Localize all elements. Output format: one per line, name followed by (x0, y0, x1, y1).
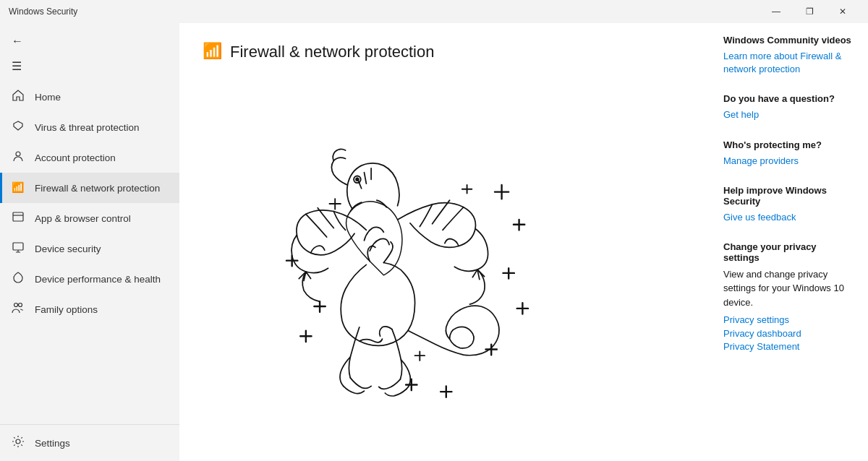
panel-community-videos: Windows Community videos Learn more abou… (723, 35, 854, 76)
svg-point-5 (19, 303, 22, 307)
panel-protecting-title: Who's protecting me? (723, 139, 854, 150)
page-title: Firewall & network protection (230, 43, 434, 61)
right-panel: Windows Community videos Learn more abou… (709, 23, 868, 461)
sidebar-item-virus[interactable]: Virus & threat protection (0, 112, 179, 142)
sidebar-item-firewall[interactable]: 📶 Firewall & network protection (0, 173, 179, 203)
sidebar-item-device-security[interactable]: Device security (0, 233, 179, 264)
panel-question-title: Do you have a question? (723, 93, 854, 104)
content-area: 📶 Firewall & network protection (179, 23, 709, 461)
svg-point-4 (14, 303, 18, 307)
page-header: 📶 Firewall & network protection (203, 40, 686, 64)
sidebar-label-home: Home (35, 92, 61, 103)
page-header-icon: 📶 (203, 40, 221, 64)
sidebar-label-virus: Virus & threat protection (35, 122, 140, 133)
sidebar-label-settings: Settings (35, 438, 70, 449)
manage-providers-link[interactable]: Manage providers (723, 155, 854, 168)
sidebar-label-account: Account protection (35, 152, 116, 163)
get-help-link[interactable]: Get help (723, 108, 854, 121)
restore-button[interactable]: ❐ (793, 0, 826, 23)
app-browser-icon (12, 210, 25, 226)
sidebar-item-settings[interactable]: Settings (0, 428, 179, 458)
sidebar-item-home[interactable]: Home (0, 82, 179, 112)
sidebar-nav: Home Virus & threat protection Account p… (0, 82, 179, 324)
panel-privacy-title: Change your privacy settings (723, 241, 854, 263)
sidebar-item-account[interactable]: Account protection (0, 142, 179, 173)
sidebar-label-app-browser: App & browser control (35, 213, 131, 224)
privacy-settings-link[interactable]: Privacy settings (723, 314, 854, 327)
settings-icon (12, 435, 25, 451)
sidebar-label-firewall: Firewall & network protection (35, 183, 160, 194)
sidebar-label-device-security: Device security (35, 244, 101, 254)
app-title: Windows Security (9, 7, 760, 17)
titlebar-controls: — ❐ ✕ (760, 0, 859, 23)
app-layout: ← ☰ Home Virus & threat protection Accou… (0, 23, 868, 461)
learn-more-link[interactable]: Learn more about Firewall & network prot… (723, 50, 854, 76)
panel-improve-title: Help improve Windows Security (723, 185, 854, 207)
sidebar-item-device-performance[interactable]: Device performance & health (0, 264, 179, 294)
titlebar: Windows Security — ❐ ✕ (0, 0, 868, 23)
hamburger-icon: ☰ (12, 59, 22, 73)
privacy-statement-link[interactable]: Privacy Statement (723, 340, 854, 353)
svg-point-0 (16, 152, 20, 156)
dragon-illustration (203, 81, 579, 428)
device-security-icon (12, 241, 25, 257)
main-content: 📶 Firewall & network protection (179, 23, 868, 461)
svg-text:📶: 📶 (203, 41, 221, 59)
svg-point-6 (16, 439, 20, 444)
account-icon (12, 150, 25, 165)
virus-icon (12, 119, 25, 135)
sidebar-item-app-browser[interactable]: App & browser control (0, 203, 179, 233)
sidebar-label-device-performance: Device performance & health (35, 274, 161, 285)
give-feedback-link[interactable]: Give us feedback (723, 211, 854, 224)
sidebar-settings-section: Settings (0, 428, 179, 458)
back-icon: ← (12, 35, 23, 48)
panel-privacy: Change your privacy settings View and ch… (723, 241, 854, 353)
hamburger-button[interactable]: ☰ (0, 53, 179, 79)
sidebar-item-family[interactable]: Family options (0, 294, 179, 324)
privacy-dashboard-link[interactable]: Privacy dashboard (723, 327, 854, 340)
panel-community-title: Windows Community videos (723, 35, 854, 46)
sidebar-bottom: Settings (0, 424, 179, 461)
dragon-svg (224, 81, 557, 428)
svg-text:📶: 📶 (12, 181, 25, 193)
close-button[interactable]: ✕ (826, 0, 859, 23)
back-button[interactable]: ← (0, 29, 179, 53)
sidebar-label-family: Family options (35, 304, 98, 315)
svg-rect-3 (13, 243, 23, 250)
device-performance-icon (12, 271, 25, 287)
svg-rect-2 (13, 212, 23, 221)
sidebar: ← ☰ Home Virus & threat protection Accou… (0, 23, 179, 461)
panel-improve: Help improve Windows Security Give us fe… (723, 185, 854, 224)
home-icon (12, 89, 25, 105)
firewall-icon: 📶 (12, 180, 25, 196)
sidebar-top: ← ☰ Home Virus & threat protection Accou… (0, 23, 179, 330)
minimize-button[interactable]: — (760, 0, 793, 23)
panel-privacy-description: View and change privacy settings for you… (723, 267, 854, 310)
panel-protecting-me: Who's protecting me? Manage providers (723, 139, 854, 168)
family-icon (12, 301, 25, 317)
panel-question: Do you have a question? Get help (723, 93, 854, 121)
